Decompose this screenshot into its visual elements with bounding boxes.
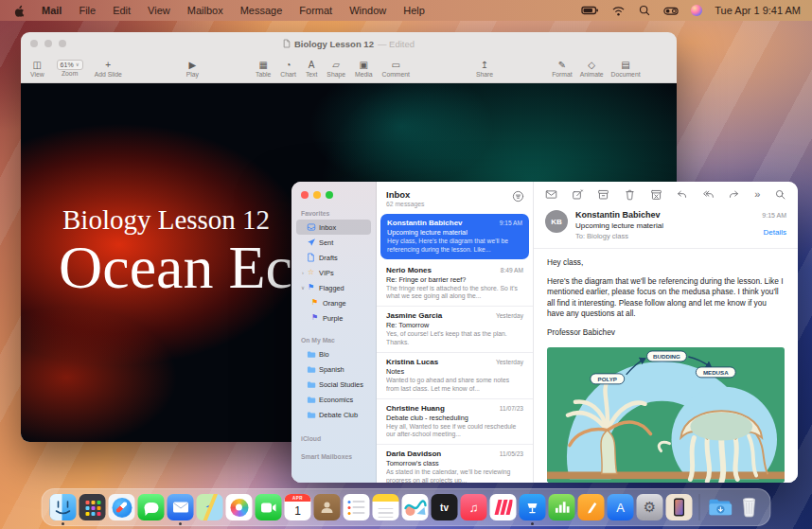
reply-icon[interactable] [676,188,688,201]
sidebar-folder-bio[interactable]: Bio [296,346,371,361]
chart-button[interactable]: ◔Chart [280,60,296,79]
menu-bar-clock[interactable]: Tue Apr 1 9:41 AM [715,5,801,16]
sidebar-item-drafts[interactable]: Drafts [296,250,371,265]
message-row[interactable]: Nerio Mones8:49 AM Re: Fringe or barrier… [377,261,533,307]
sidebar-item-flagged[interactable]: ∨ ⚑ Flagged [296,280,371,295]
comment-button[interactable]: ▭Comment [382,60,410,79]
slide-title-text: Ocean Ec [59,233,292,303]
dock-iphone-mirroring[interactable] [666,494,693,520]
dock-mail[interactable] [168,494,194,520]
dock-keynote[interactable] [520,494,546,520]
message-row[interactable]: Kristina LucasYesterday Notes Wanted to … [377,352,533,398]
dock-news[interactable] [490,494,517,520]
folder-icon [306,380,316,389]
icloud-section-label[interactable]: iCloud [301,435,366,442]
message-row[interactable]: Christine Huang11/07/23 Debate club - re… [377,398,533,445]
format-button[interactable]: ✎Format [552,60,573,79]
chevron-down-icon: ∨ [300,285,306,291]
message-row[interactable]: Konstantin Babichev9:15 AM Upcoming lect… [380,214,529,259]
compose-icon[interactable] [572,188,584,201]
siri-icon[interactable] [691,5,702,16]
dock-safari[interactable] [109,494,135,520]
sidebar-item-flag-purple[interactable]: ⚑ Purple [296,310,371,326]
reply-all-icon[interactable] [702,188,715,201]
media-button[interactable]: ▣Media [355,60,373,79]
dock-photos[interactable] [226,494,253,520]
control-center-icon[interactable] [663,5,679,17]
text-button[interactable]: AText [306,60,317,79]
view-button[interactable]: ◫View [30,60,44,79]
sidebar-folder-spanish[interactable]: Spanish [296,361,371,377]
menu-help[interactable]: Help [395,5,433,16]
dock-pages[interactable] [578,494,605,520]
dock-trash[interactable] [736,494,763,520]
message-row[interactable]: Darla Davidson11/05/23 Tomorrow's class … [377,444,533,483]
sidebar-item-vips[interactable]: › ☆ VIPs [296,265,371,280]
zoom-control[interactable]: 61%∨Zoom [57,60,83,78]
zoom-button[interactable] [59,40,66,47]
menu-file[interactable]: File [70,5,104,16]
speech-bubble-icon [144,503,158,513]
search-icon[interactable] [774,188,786,201]
menu-mailbox[interactable]: Mailbox [179,5,232,16]
more-icon[interactable]: » [754,188,760,201]
dock-reminders[interactable] [344,494,370,520]
menu-message[interactable]: Message [232,5,291,16]
close-button[interactable] [30,40,38,47]
wifi-icon[interactable] [611,5,626,17]
dock-maps[interactable] [197,494,223,520]
sidebar-folder-debate-club[interactable]: Debate Club [296,407,371,422]
dock-system-settings[interactable]: ⚙ [637,494,663,520]
menu-edit[interactable]: Edit [104,5,139,16]
dock-calendar[interactable]: APR1 [285,494,311,520]
video-camera-icon [260,503,276,513]
play-button[interactable]: ▶Play [186,60,199,79]
dock-freeform[interactable] [402,494,429,520]
budding-label: BUDDING [653,353,680,360]
minimize-button[interactable] [44,40,52,47]
menu-view[interactable]: View [139,5,179,16]
forward-icon[interactable] [728,188,740,201]
battery-icon[interactable] [581,4,599,17]
dock-contacts[interactable] [314,494,341,520]
menu-format[interactable]: Format [291,5,341,16]
sidebar-folder-economics[interactable]: Economics [296,392,371,407]
menu-mail[interactable]: Mail [33,5,70,16]
get-mail-icon[interactable] [545,188,557,201]
junk-icon[interactable] [650,188,662,201]
message-row[interactable]: Jasmine GarciaYesterday Re: Tomorrow Yes… [377,306,533,352]
animate-button[interactable]: ◇Animate [580,60,604,79]
dock-messages[interactable] [138,494,165,520]
dock-music[interactable]: ♫ [461,494,487,520]
sidebar-item-flag-orange[interactable]: ⚑ Orange [296,295,371,310]
smart-mailboxes-section-label[interactable]: Smart Mailboxes [301,453,366,460]
gear-icon: ⚙ [637,494,663,520]
apple-menu[interactable] [11,4,33,17]
filter-icon[interactable] [512,190,524,203]
close-button[interactable] [301,191,309,199]
dock-app-store[interactable]: A [608,494,634,520]
dock-notes[interactable] [373,494,399,520]
details-link[interactable]: Details [762,228,786,237]
archive-icon[interactable] [597,188,609,201]
document-button[interactable]: ▤Document [611,60,641,79]
table-button[interactable]: ▦Table [256,60,271,79]
dock-downloads[interactable] [707,494,733,520]
dock-apple-tv[interactable]: tv [432,494,458,520]
menu-window[interactable]: Window [341,5,395,16]
dock-launchpad[interactable] [79,494,106,520]
sidebar-folder-social-studies[interactable]: Social Studies [296,377,371,392]
trash-icon[interactable] [624,188,636,201]
sidebar-item-sent[interactable]: Sent [296,235,371,250]
dock-finder[interactable] [50,494,77,520]
minimize-button[interactable] [313,191,321,199]
add-slide-button[interactable]: +Add Slide [95,60,122,79]
spotlight-icon[interactable] [638,4,651,17]
zoom-button[interactable] [326,191,333,199]
message-list-header: Inbox 62 messages [377,182,533,212]
share-button[interactable]: ↥Share [476,60,493,79]
dock-numbers[interactable] [549,494,575,520]
dock-facetime[interactable] [256,494,282,520]
sidebar-item-inbox[interactable]: Inbox [296,220,371,235]
shape-button[interactable]: ▱Shape [327,60,345,79]
